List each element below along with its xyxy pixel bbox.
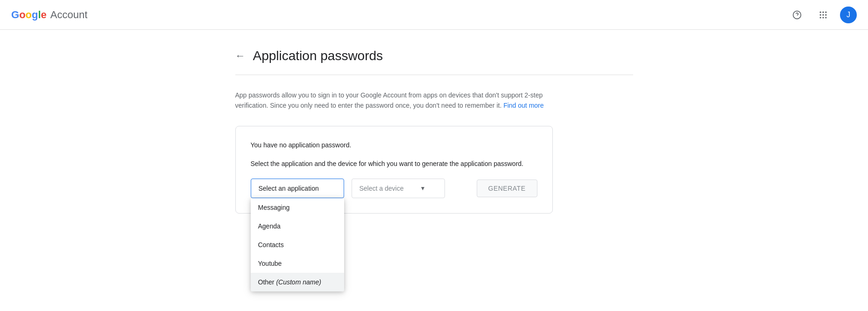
header: G o o g l e Account J: [0, 0, 868, 30]
app-select-label: Select an application: [259, 185, 319, 192]
page-description: App passwords allow you to sign in to yo…: [235, 90, 553, 111]
dropdown-item-contacts[interactable]: Contacts: [251, 235, 344, 254]
svg-point-2: [820, 11, 821, 13]
device-select[interactable]: Select a device ▼: [352, 179, 445, 198]
description-text: App passwords allow you to sign in to yo…: [235, 91, 543, 109]
device-dropdown-arrow: ▼: [420, 185, 426, 192]
svg-point-6: [822, 14, 824, 15]
svg-point-10: [825, 17, 826, 18]
svg-point-9: [822, 17, 824, 18]
header-divider: [235, 75, 633, 75]
user-avatar[interactable]: J: [840, 7, 857, 23]
app-password-card: You have no application password. Select…: [235, 126, 553, 214]
help-icon-button[interactable]: [788, 6, 806, 24]
google-wordmark: G o o g l e: [11, 9, 47, 21]
logo-o1: o: [19, 9, 25, 21]
logo-o2: o: [26, 9, 32, 21]
svg-point-3: [822, 11, 824, 13]
logo-g2: g: [32, 9, 38, 21]
main-content: ← Application passwords App passwords al…: [224, 30, 644, 232]
app-select-wrapper: Select an application Messaging Agenda C…: [251, 179, 344, 198]
select-prompt-text: Select the application and the device fo…: [251, 160, 537, 167]
account-label: Account: [50, 9, 88, 21]
dropdown-item-agenda[interactable]: Agenda: [251, 217, 344, 235]
no-password-message: You have no application password.: [251, 141, 537, 149]
device-select-label: Select a device: [360, 185, 404, 192]
header-left: G o o g l e Account: [11, 9, 87, 21]
app-select[interactable]: Select an application: [251, 179, 344, 198]
generate-button[interactable]: GENERATE: [477, 180, 537, 197]
logo-g: G: [11, 9, 19, 21]
svg-point-5: [820, 14, 821, 15]
device-select-wrapper: Select a device ▼: [352, 179, 445, 198]
header-right: J: [788, 6, 857, 24]
svg-point-8: [820, 17, 821, 18]
apps-grid-icon-button[interactable]: [814, 6, 833, 24]
dropdown-item-messaging[interactable]: Messaging: [251, 198, 344, 217]
dropdown-item-other[interactable]: Other (Custom name): [251, 273, 344, 291]
app-dropdown-menu: Messaging Agenda Contacts Youtube Other …: [251, 198, 344, 291]
svg-point-7: [825, 14, 826, 15]
find-out-more-link[interactable]: Find out more: [503, 102, 543, 109]
logo-e: e: [41, 9, 47, 21]
dropdown-item-youtube[interactable]: Youtube: [251, 254, 344, 273]
back-button[interactable]: ←: [235, 50, 246, 62]
controls-row: Select an application Messaging Agenda C…: [251, 179, 537, 198]
page-header: ← Application passwords: [235, 48, 633, 63]
page-title: Application passwords: [253, 48, 383, 63]
svg-point-4: [825, 11, 826, 13]
google-account-logo: G o o g l e Account: [11, 9, 87, 21]
